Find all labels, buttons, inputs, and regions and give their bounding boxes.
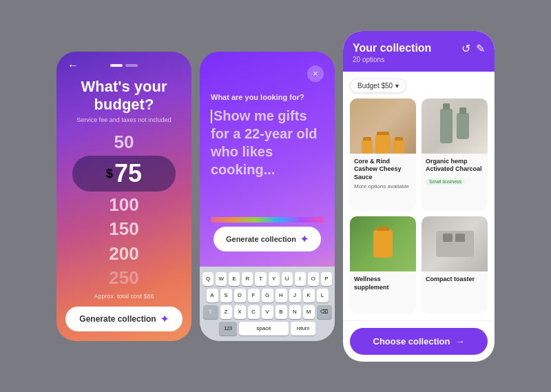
num-key[interactable]: 123 (219, 322, 237, 336)
key-c[interactable]: C (248, 305, 260, 319)
budget-item-250[interactable]: 250 (109, 266, 138, 290)
progress-dot-2 (125, 64, 138, 67)
collection-footer: Choose collection → (343, 320, 495, 362)
product-image-cashew (350, 99, 416, 154)
collection-header: Your collection 20 options ↺ ✎ (343, 31, 495, 72)
budget-filter[interactable]: Budget $50 ▾ (350, 79, 406, 93)
backspace-key[interactable]: ⌫ (317, 305, 332, 319)
charcoal-info: Organic hemp Activated Charcoal Small bu… (422, 154, 488, 190)
collection-title: Your collection (353, 42, 431, 54)
supplement-name: Wellness supplement (354, 276, 412, 291)
refresh-icon[interactable]: ↺ (461, 42, 470, 55)
choose-collection-button[interactable]: Choose collection → (350, 328, 488, 355)
product-image-supplement (350, 216, 416, 271)
pill-bottle (373, 230, 393, 258)
key-i[interactable]: I (295, 272, 306, 286)
arrow-right-icon: → (455, 336, 464, 347)
back-button[interactable]: ← (67, 59, 79, 72)
jar-small-2 (393, 140, 404, 154)
key-j[interactable]: J (289, 289, 301, 302)
keyboard-row-1: Q W E R T Y U I O P (202, 272, 332, 286)
cashew-name: Core & Rind Cashew Cheesy Sauce (354, 158, 412, 182)
key-n[interactable]: N (289, 305, 301, 319)
jar-small (362, 140, 373, 154)
product-supplement[interactable]: Wellness supplement (350, 216, 416, 313)
key-t[interactable]: T (255, 272, 266, 286)
generate-button-2[interactable]: Generate collection ✦ (214, 227, 321, 251)
toaster-shape (436, 231, 474, 257)
keyboard: Q W E R T Y U I O P A S D F G H J K L (200, 267, 335, 341)
toaster-illustration (422, 216, 488, 271)
keyboard-row-3: ⇧ Z X C V B N M ⌫ (202, 305, 332, 319)
key-b[interactable]: B (276, 305, 287, 319)
jar-illustration (350, 99, 416, 154)
keyboard-row-2: A S D F G H J K L (202, 289, 332, 302)
shift-key[interactable]: ⇧ (203, 305, 218, 319)
key-w[interactable]: W (216, 272, 227, 286)
product-image-toaster (422, 216, 488, 271)
budget-item-200[interactable]: 200 (109, 242, 138, 266)
key-g[interactable]: G (262, 289, 273, 302)
key-v[interactable]: V (262, 305, 273, 319)
small-business-badge: Small business (426, 178, 465, 185)
key-h[interactable]: H (276, 289, 287, 302)
budget-item-150[interactable]: 150 (109, 217, 138, 241)
supplement-info: Wellness supplement (350, 271, 416, 296)
key-u[interactable]: U (282, 272, 293, 286)
choose-label: Choose collection (373, 336, 450, 347)
bottle-illustration (422, 99, 488, 154)
search-screen: × What are you looking for? Show me gift… (200, 52, 335, 341)
product-toaster[interactable]: Compact toaster (422, 216, 488, 313)
key-x[interactable]: X (234, 305, 246, 319)
chevron-down-icon: ▾ (395, 82, 399, 90)
budget-subtitle: Service fee and taxes not included (76, 116, 171, 123)
budget-item-50[interactable]: 50 (114, 130, 134, 154)
text-cursor (211, 110, 212, 123)
search-label: What are you looking for? (211, 93, 324, 101)
budget-selected[interactable]: $ 75 (72, 156, 176, 192)
generate-button-1[interactable]: Generate collection ✦ (65, 307, 182, 331)
space-key[interactable]: space (239, 322, 289, 336)
key-a[interactable]: A (207, 289, 218, 302)
approx-cost: Approx. total cost $86 (94, 293, 154, 300)
key-p[interactable]: P (321, 272, 332, 286)
key-m[interactable]: M (303, 305, 315, 319)
jar-main (375, 134, 391, 154)
cashew-info: Core & Rind Cashew Cheesy Sauce More opt… (350, 154, 416, 194)
edit-icon[interactable]: ✎ (476, 42, 485, 55)
leaves-illustration (350, 216, 416, 271)
key-z[interactable]: Z (220, 305, 232, 319)
key-y[interactable]: Y (269, 272, 280, 286)
product-charcoal[interactable]: Organic hemp Activated Charcoal Small bu… (422, 99, 488, 211)
key-o[interactable]: O (308, 272, 319, 286)
collection-body: Budget $50 ▾ Core & Rind Cashew (343, 72, 495, 320)
return-key[interactable]: return (291, 322, 315, 336)
budget-item-100[interactable]: 100 (109, 193, 138, 217)
key-l[interactable]: L (317, 289, 329, 302)
sparkle-icon-1: ✦ (160, 313, 169, 324)
key-s[interactable]: S (220, 289, 232, 302)
budget-list: 50 $ 75 100 150 200 250 (56, 130, 191, 289)
sparkle-icon-2: ✦ (300, 234, 309, 245)
budget-prefix: $ (106, 167, 113, 181)
close-button[interactable]: × (307, 65, 324, 82)
key-f[interactable]: F (248, 289, 260, 302)
toaster-info: Compact toaster (422, 271, 488, 288)
toaster-name: Compact toaster (426, 276, 484, 284)
search-body: × What are you looking for? Show me gift… (200, 52, 335, 267)
progress-dot-1 (110, 64, 123, 67)
charcoal-name: Organic hemp Activated Charcoal (426, 158, 484, 174)
product-cashew[interactable]: Core & Rind Cashew Cheesy Sauce More opt… (350, 99, 416, 211)
budget-title: What's your budget? (56, 78, 191, 114)
budget-value: 75 (114, 159, 142, 188)
products-grid: Core & Rind Cashew Cheesy Sauce More opt… (350, 99, 488, 313)
search-input[interactable]: Show me gifts for a 22-year old who like… (211, 107, 324, 217)
key-e[interactable]: E (229, 272, 240, 286)
budget-screen: ← What's your budget? Service fee and ta… (56, 52, 191, 341)
key-r[interactable]: R (242, 272, 253, 286)
key-q[interactable]: Q (202, 272, 214, 286)
key-d[interactable]: D (234, 289, 246, 302)
search-placeholder: Show me gifts for a 22-year old who like… (211, 108, 318, 177)
generate-label-1: Generate collection (79, 314, 156, 324)
key-k[interactable]: K (303, 289, 315, 302)
